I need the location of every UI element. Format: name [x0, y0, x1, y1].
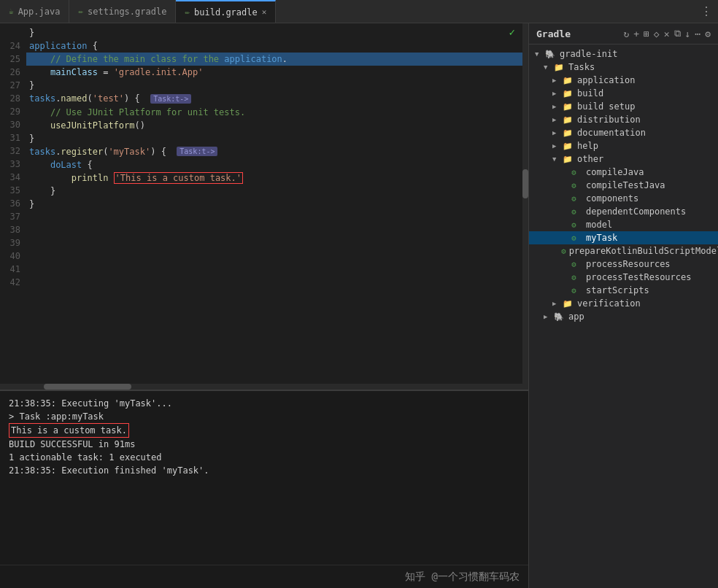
- folder-icon: 📁: [563, 89, 574, 98]
- tree-item-build[interactable]: 📁build: [529, 87, 718, 100]
- tab-app-java[interactable]: ☕ App.java: [0, 0, 69, 23]
- tab-settings-gradle-label: settings.gradle: [88, 7, 166, 17]
- check-mark-icon: ✓: [509, 26, 515, 38]
- tree-item-verification[interactable]: 📁verification: [529, 297, 718, 310]
- tree-arrow-icon: [552, 103, 563, 110]
- tree-arrow-icon: [552, 90, 563, 97]
- tree-arrow-icon: [552, 155, 563, 163]
- tree-item-startscripts[interactable]: ⚙startScripts: [529, 284, 718, 297]
- folder-icon: 📁: [563, 142, 574, 150]
- tree-item-label: Tasks: [568, 62, 595, 72]
- task-icon: ⚙: [571, 286, 583, 295]
- tree-arrow-icon: [552, 142, 563, 150]
- code-editor[interactable]: 24252627282930313233343536373839404142 ✓…: [0, 23, 528, 384]
- tree-item-tasks[interactable]: 📁Tasks: [529, 61, 718, 74]
- tab-build-gradle-label: build.gradle: [194, 7, 258, 18]
- tree-arrow-icon: [552, 300, 563, 307]
- java-file-icon: ☕: [9, 7, 14, 16]
- folder-icon: 📁: [563, 155, 574, 163]
- task-icon: ⚙: [561, 247, 566, 255]
- watermark: 知乎 @一个习惯翻车码农: [0, 565, 528, 588]
- folder-icon: 📁: [554, 63, 565, 71]
- add-icon[interactable]: +: [633, 28, 639, 39]
- task-icon: ⚙: [571, 207, 583, 216]
- root-icon: 🐘: [545, 50, 557, 58]
- module-icon: 🐘: [554, 312, 565, 321]
- copy-icon[interactable]: ⧉: [674, 28, 681, 39]
- cancel-icon[interactable]: ✕: [664, 28, 670, 39]
- tree-arrow-icon: [535, 50, 545, 58]
- tree-item-dependentcomponents[interactable]: ⚙dependentComponents: [529, 205, 718, 218]
- gradle-sidebar: Gradle ↻ + ⊞ ◇ ✕ ⧉ ↓ ⋯ ⚙ 🐘gradle-init📁Ta…: [528, 23, 718, 588]
- gradle-header: Gradle ↻ + ⊞ ◇ ✕ ⧉ ↓ ⋯ ⚙: [529, 23, 718, 45]
- tree-item-label: components: [586, 193, 638, 204]
- folder-icon: 📁: [563, 115, 574, 124]
- tree-item-label: application: [577, 75, 635, 85]
- tree-item-distribution[interactable]: 📁distribution: [529, 113, 718, 126]
- terminal-line: BUILD SUCCESSFUL in 91ms: [9, 438, 520, 451]
- tree-item-label: other: [577, 154, 603, 164]
- grid-icon[interactable]: ⊞: [644, 28, 649, 39]
- tree-item-label: build: [577, 88, 603, 98]
- settings-icon[interactable]: ⚙: [705, 28, 711, 39]
- tree-item-application[interactable]: 📁application: [529, 74, 718, 87]
- task-icon: ⚙: [571, 181, 583, 190]
- download-icon[interactable]: ↓: [685, 28, 691, 39]
- task-icon: ⚙: [571, 260, 583, 268]
- tree-item-compilejava[interactable]: ⚙compileJava: [529, 166, 718, 179]
- tree-item-mytask[interactable]: ⚙myTask: [529, 231, 718, 244]
- task-icon: ⚙: [571, 220, 583, 229]
- gradle-toolbar: ↻ + ⊞ ◇ ✕ ⧉ ↓ ⋯ ⚙: [623, 28, 711, 39]
- tree-item-label: build setup: [577, 101, 635, 112]
- refresh-icon[interactable]: ↻: [623, 28, 629, 39]
- diamond-icon[interactable]: ◇: [654, 28, 660, 39]
- terminal-highlight: This is a custom task.: [9, 423, 129, 438]
- terminal-line: 21:38:35: Execution finished 'myTask'.: [9, 464, 520, 477]
- tree-item-other[interactable]: 📁other: [529, 152, 718, 166]
- tree-item-label: processTestResources: [586, 272, 692, 282]
- folder-icon: 📁: [563, 128, 574, 137]
- close-tab-icon[interactable]: ✕: [262, 7, 267, 17]
- tree-arrow-icon: [544, 63, 554, 71]
- tree-item-label: processResources: [586, 259, 671, 269]
- tree-item-build-setup[interactable]: 📁build setup: [529, 100, 718, 113]
- tree-item-app[interactable]: 🐘app: [529, 310, 718, 323]
- folder-icon: 📁: [563, 299, 574, 308]
- tree-arrow-icon: [552, 116, 563, 123]
- build-file-icon: ✏: [185, 7, 190, 17]
- h-scrollbar-thumb: [44, 384, 131, 390]
- tree-item-help[interactable]: 📁help: [529, 139, 718, 152]
- tree-item-label: myTask: [586, 233, 617, 243]
- tree-item-label: startScripts: [586, 285, 649, 295]
- task-icon: ⚙: [571, 168, 583, 177]
- horizontal-scrollbar[interactable]: [0, 384, 528, 390]
- code-area[interactable]: ✓ }application { // Define the main clas…: [26, 23, 522, 384]
- more-icon[interactable]: ⋯: [695, 28, 700, 39]
- vertical-scrollbar[interactable]: [522, 23, 528, 384]
- tree-item-processresources[interactable]: ⚙processResources: [529, 258, 718, 271]
- tree-item-label: gradle-init: [560, 49, 617, 59]
- tab-settings-gradle[interactable]: ✏ settings.gradle: [69, 0, 176, 23]
- tree-item-components[interactable]: ⚙components: [529, 192, 718, 205]
- tree-item-documentation[interactable]: 📁documentation: [529, 126, 718, 139]
- tree-item-gradle-init[interactable]: 🐘gradle-init: [529, 47, 718, 61]
- tree-item-label: distribution: [577, 115, 641, 125]
- folder-icon: 📁: [563, 76, 574, 85]
- task-icon: ⚙: [571, 273, 583, 282]
- gradle-title: Gradle: [536, 28, 571, 39]
- gradle-tree[interactable]: 🐘gradle-init📁Tasks📁application📁build📁bui…: [529, 45, 718, 588]
- tab-build-gradle[interactable]: ✏ build.gradle ✕: [176, 0, 276, 23]
- line-numbers: 24252627282930313233343536373839404142: [0, 23, 26, 384]
- tree-item-processtestresources[interactable]: ⚙processTestResources: [529, 271, 718, 284]
- terminal: 21:38:35: Executing 'myTask'...> Task :a…: [0, 390, 528, 565]
- tree-item-label: documentation: [577, 128, 646, 138]
- tab-menu-icon[interactable]: ⋮: [695, 4, 718, 18]
- editor-panel: 24252627282930313233343536373839404142 ✓…: [0, 23, 528, 588]
- terminal-line: This is a custom task.: [9, 423, 520, 438]
- tree-item-model[interactable]: ⚙model: [529, 218, 718, 231]
- tree-item-compiletestjava[interactable]: ⚙compileTestJava: [529, 179, 718, 192]
- tab-app-java-label: App.java: [18, 7, 61, 17]
- tree-item-label: model: [586, 220, 612, 230]
- task-icon: ⚙: [571, 233, 583, 242]
- tree-item-preparekotlinbuildscriptmodel[interactable]: ⚙prepareKotlinBuildScriptModel: [529, 244, 718, 258]
